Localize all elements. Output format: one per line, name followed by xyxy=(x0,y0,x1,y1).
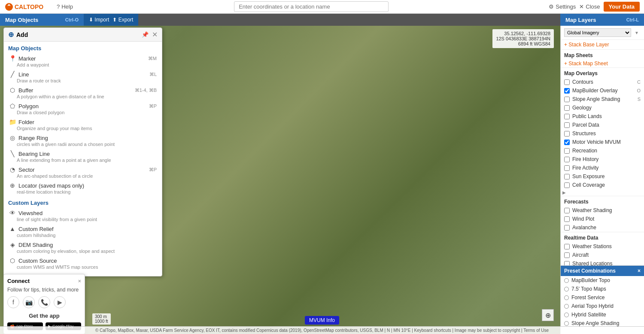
help-label: Help xyxy=(61,3,73,10)
locator-icon: ⊕ xyxy=(9,182,16,189)
sector-icon: ◔ xyxy=(9,166,16,173)
map-area[interactable]: 35.12562, -111.69328 12S 0436833E 388719… xyxy=(0,26,644,334)
menu-item-locator[interactable]: ⊕Locator (saved maps only) real-time loc… xyxy=(4,180,162,196)
overlay-mapbuilder[interactable]: MapBuilder Overlay O xyxy=(561,86,644,95)
help-button[interactable]: ? Help xyxy=(52,3,78,10)
search-input[interactable] xyxy=(234,1,389,12)
header: CALTOPO ? Help ⚙ Settings ✕ Close Your D… xyxy=(0,0,644,14)
realtime-shared-locations[interactable]: Shared Locations xyxy=(561,259,644,265)
pin-icon[interactable]: 📌 xyxy=(142,31,149,38)
base-layer-select[interactable]: Global Imagery MapBuilder Topo Hybrid Sa… xyxy=(564,28,631,37)
map-layers-tab[interactable]: Map Layers Ctrl-L xyxy=(560,14,644,26)
menu-item-polygon[interactable]: ⬠Polygon ⌘P Draw a closed polygon xyxy=(4,101,162,117)
menu-item-sector[interactable]: ◔Sector ⌘P An arc-shaped subsection of a… xyxy=(4,164,162,180)
overlay-recreation[interactable]: Recreation xyxy=(561,146,644,155)
your-data-button[interactable]: Your Data xyxy=(604,2,640,12)
fire-history-checkbox[interactable] xyxy=(564,157,570,162)
overlay-motor-vehicle[interactable]: Motor Vehicle MVUM xyxy=(561,138,644,146)
youtube-icon[interactable]: ▶ xyxy=(54,296,66,308)
geology-checkbox[interactable] xyxy=(564,105,570,111)
menu-item-buffer[interactable]: ⬡Buffer ⌘1-4, ⌘B A polygon within a give… xyxy=(4,85,162,101)
stack-map-sheet-link[interactable]: + Stack Map Sheet xyxy=(561,60,644,67)
weather-stations-label: Weather Stations xyxy=(572,243,612,249)
import-export-bar: ⬇ Import ⬆ Export xyxy=(84,14,138,26)
overlay-parcel-data[interactable]: Parcel Data xyxy=(561,121,644,129)
close-panel-icon[interactable]: ✕ xyxy=(152,30,158,39)
menu-item-bearing-line[interactable]: ╲Bearing Line A line extending from a po… xyxy=(4,149,162,164)
settings-button[interactable]: ⚙ Settings xyxy=(549,3,576,10)
phone-icon[interactable]: 📞 xyxy=(38,296,50,308)
contours-label: Contours xyxy=(572,79,593,85)
preset-mapbuilder-topo[interactable]: MapBuilder Topo xyxy=(561,276,644,285)
motor-vehicle-checkbox[interactable] xyxy=(564,140,570,145)
forecast-wind-plot[interactable]: Wind Plot xyxy=(561,215,644,223)
facebook-icon[interactable]: f xyxy=(7,296,19,308)
weather-stations-checkbox[interactable] xyxy=(564,244,570,249)
close-button[interactable]: ✕ Close xyxy=(579,3,600,10)
menu-item-line[interactable]: ╱Line ⌘L Draw a route or track xyxy=(4,69,162,85)
weather-shading-checkbox[interactable] xyxy=(564,208,570,213)
overlay-sun-exposure[interactable]: Sun Exposure xyxy=(561,172,644,181)
buffer-icon: ⬡ xyxy=(9,87,16,94)
menu-item-marker[interactable]: 📍Marker ⌘M Add a waypoint xyxy=(4,53,162,69)
menu-item-custom-relief[interactable]: ▲Custom Relief custom hillshading xyxy=(4,224,162,240)
menu-item-dem-shading[interactable]: ◈DEM Shading custom coloring by elevatio… xyxy=(4,240,162,255)
menu-item-custom-source[interactable]: ⬡Custom Source custom WMS and WMTS map s… xyxy=(4,255,162,271)
fire-activity-checkbox[interactable] xyxy=(564,165,570,171)
stack-base-layer-link[interactable]: + Stack Base Layer xyxy=(561,40,644,49)
contours-checkbox[interactable] xyxy=(564,79,570,85)
overlay-cell-coverage[interactable]: Cell Coverage xyxy=(561,181,644,189)
forecast-weather-shading[interactable]: Weather Shading xyxy=(561,206,644,215)
preset-forest-service[interactable]: Forest Service xyxy=(561,293,644,302)
connect-close-button[interactable]: × xyxy=(78,278,81,284)
menu-item-range-ring[interactable]: ◎Range Ring circles with a given radii a… xyxy=(4,133,162,149)
preset-75-topo-label: 7.5' Topo Maps xyxy=(571,286,606,292)
preset-radio-forest xyxy=(564,295,569,300)
overlay-fire-activity[interactable]: Fire Activity xyxy=(561,164,644,172)
menu-item-folder[interactable]: 📁Folder Organize and group your map item… xyxy=(4,117,162,133)
realtime-aircraft[interactable]: Aircraft xyxy=(561,251,644,259)
overlay-geology[interactable]: Geology xyxy=(561,103,644,112)
public-lands-checkbox[interactable] xyxy=(564,114,570,119)
mapbuilder-overlay-checkbox[interactable] xyxy=(564,88,570,94)
cell-coverage-label: Cell Coverage xyxy=(572,182,605,188)
line-desc: Draw a route or track xyxy=(9,78,157,83)
map-layers-shortcut: Ctrl-L xyxy=(626,17,639,22)
preset-hybrid-satellite[interactable]: Hybrid Satellite xyxy=(561,310,644,319)
cell-coverage-checkbox[interactable] xyxy=(564,182,570,188)
custom-source-icon: ⬡ xyxy=(9,257,16,264)
preset-close-button[interactable]: × xyxy=(638,268,641,274)
locate-button[interactable]: ⊕ xyxy=(542,309,554,321)
preset-75-topo[interactable]: 7.5' Topo Maps xyxy=(561,285,644,293)
forecast-avalanche[interactable]: Avalanche xyxy=(561,223,644,232)
slope-angle-checkbox[interactable] xyxy=(564,97,570,102)
overlay-slope-angle[interactable]: Slope Angle Shading S xyxy=(561,95,644,103)
preset-title: Preset Combinations xyxy=(564,268,616,274)
recreation-checkbox[interactable] xyxy=(564,148,570,154)
overlays-collapse-arrow[interactable]: ▶ xyxy=(561,189,644,196)
mvum-info-button[interactable]: MVUM Info xyxy=(305,316,339,325)
import-button[interactable]: ⬇ Import xyxy=(89,17,109,23)
aircraft-checkbox[interactable] xyxy=(564,252,570,258)
realtime-weather-stations[interactable]: Weather Stations xyxy=(561,242,644,251)
shared-locations-checkbox[interactable] xyxy=(564,261,570,266)
map-objects-tab-label: Map Objects xyxy=(5,17,38,23)
overlay-public-lands[interactable]: Public Lands xyxy=(561,112,644,121)
wind-plot-checkbox[interactable] xyxy=(564,216,570,222)
sun-exposure-checkbox[interactable] xyxy=(564,174,570,179)
avalanche-checkbox[interactable] xyxy=(564,225,570,231)
menu-item-viewshed[interactable]: 👁Viewshed line of sight visibility from … xyxy=(4,208,162,224)
overlay-fire-history[interactable]: Fire History xyxy=(561,155,644,164)
structures-checkbox[interactable] xyxy=(564,131,570,137)
instagram-icon[interactable]: 📷 xyxy=(23,296,35,308)
forecasts-header: Forecasts xyxy=(561,196,644,206)
coord-line2: 12S 0436833E 3887194N xyxy=(496,36,550,41)
parcel-data-checkbox[interactable] xyxy=(564,122,570,128)
export-button[interactable]: ⬆ Export xyxy=(112,17,133,23)
overlay-contours[interactable]: Contours C xyxy=(561,78,644,86)
map-objects-tab[interactable]: Map Objects Ctrl-O xyxy=(0,14,84,26)
overlay-structures[interactable]: Structures xyxy=(561,129,644,138)
preset-aerial-topo[interactable]: Aerial Topo Hybrid xyxy=(561,302,644,310)
collapse-arrow[interactable]: ▼ xyxy=(633,30,641,36)
preset-mapbuilder-topo-label: MapBuilder Topo xyxy=(571,277,610,283)
